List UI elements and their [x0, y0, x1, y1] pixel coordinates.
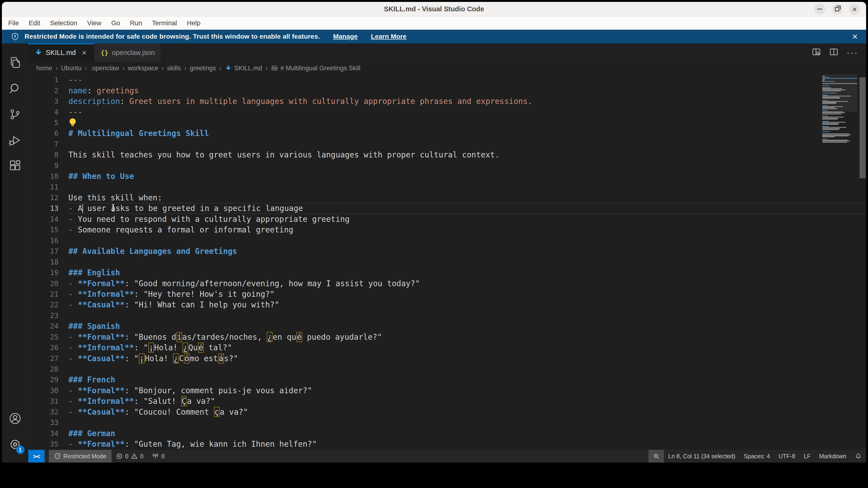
activity-explorer[interactable]: [2, 50, 28, 75]
line-content: This skill teaches you how to greet user…: [68, 150, 866, 160]
menu-item-view[interactable]: View: [82, 17, 106, 30]
editor-scrollbar[interactable]: [859, 74, 866, 450]
eol-status[interactable]: LF: [799, 450, 815, 462]
code-line[interactable]: 26- **Informal**: "¡Hola! ¿Qué tal?": [28, 342, 866, 353]
code-line[interactable]: 5💡: [28, 118, 866, 128]
breadcrumb-item[interactable]: SKILL.md: [225, 65, 262, 72]
zoom-status[interactable]: [648, 450, 664, 462]
manage-link[interactable]: Manage: [333, 33, 358, 40]
minimap-line: [822, 95, 828, 96]
scrollbar-thumb[interactable]: [860, 77, 866, 178]
minimap-line: [822, 116, 828, 117]
menu-item-edit[interactable]: Edit: [24, 17, 45, 30]
code-line[interactable]: 32- **Casual**: "Coucou! Comment ça va?": [28, 407, 866, 417]
breadcrumb-item[interactable]: skills: [167, 65, 181, 72]
minimap-line: [822, 93, 837, 93]
code-line[interactable]: 30- **Formal**: "Bonjour, comment puis-j…: [28, 385, 866, 396]
code-line[interactable]: 16: [28, 235, 866, 246]
menu-item-go[interactable]: Go: [106, 17, 125, 30]
code-line[interactable]: 8This skill teaches you how to greet use…: [28, 150, 866, 160]
code-line[interactable]: 14- You need to respond with a culturall…: [28, 214, 866, 224]
code-line[interactable]: 13- A user asks to be greeted in a speci…: [28, 203, 866, 214]
banner-close-icon[interactable]: ×: [852, 32, 858, 41]
breadcrumb-item[interactable]: home: [36, 65, 52, 72]
close-button[interactable]: ×: [849, 4, 860, 14]
activity-run-debug[interactable]: [2, 127, 28, 153]
activity-accounts[interactable]: [2, 405, 28, 431]
code-line[interactable]: 20- **Formal**: "Good morning/afternoon/…: [28, 278, 866, 289]
code-token: : "Buenos d: [125, 332, 176, 341]
breadcrumb-item[interactable]: # Multilingual Greetings Skill: [271, 65, 361, 72]
code-line[interactable]: 17## Available Languages and Greetings: [28, 246, 866, 257]
menu-item-file[interactable]: File: [3, 17, 24, 30]
code-line[interactable]: 35- **Formal**: "Guten Tag, wie kann ich…: [28, 439, 866, 449]
code-line[interactable]: 4---: [28, 106, 866, 117]
code-line[interactable]: 15- Someone requests a formal or informa…: [28, 224, 866, 235]
open-preview-side-icon[interactable]: [812, 47, 821, 58]
code-line[interactable]: 6# Multilingual Greetings Skill: [28, 128, 866, 139]
code-line[interactable]: 2name: greetings: [28, 85, 866, 96]
remote-indicator[interactable]: ><: [28, 450, 44, 462]
code-line[interactable]: 21- **Informal**: "Hey there! How's it g…: [28, 289, 866, 299]
minimap-line: [822, 81, 835, 82]
code-token: **Casual**: [78, 408, 125, 417]
menu-item-terminal[interactable]: Terminal: [147, 17, 182, 30]
minimap-line: [822, 110, 828, 111]
activity-settings[interactable]: 1: [2, 431, 28, 457]
code-token: -: [68, 343, 73, 352]
code-line[interactable]: 11: [28, 182, 866, 192]
more-actions-icon[interactable]: ···: [846, 47, 858, 58]
code-line[interactable]: 18: [28, 257, 866, 267]
line-number: 13: [28, 204, 68, 213]
cursor-position-status[interactable]: Ln 8, Col 11 (34 selected): [664, 450, 739, 462]
breadcrumb-item[interactable]: workspace: [128, 65, 158, 72]
code-line[interactable]: 1---: [28, 74, 866, 85]
activity-extensions[interactable]: [2, 153, 28, 179]
code-line[interactable]: 12Use this skill when:: [28, 192, 866, 203]
encoding-status[interactable]: UTF-8: [774, 450, 800, 462]
indentation-status[interactable]: Spaces: 4: [739, 450, 774, 462]
code-line[interactable]: 23: [28, 310, 866, 321]
language-mode-status[interactable]: Markdown: [815, 450, 850, 462]
minimap-line: [822, 131, 830, 132]
code-line[interactable]: 29### French: [28, 375, 866, 385]
code-line[interactable]: 22- **Casual**: "Hi! What can I help you…: [28, 299, 866, 310]
code-line[interactable]: 7: [28, 139, 866, 150]
code-line[interactable]: 31- **Informal**: "Salut! Ça va?": [28, 396, 866, 406]
restore-button[interactable]: [832, 4, 842, 14]
code-line[interactable]: 24### Spanish: [28, 321, 866, 331]
code-line[interactable]: 9: [28, 160, 866, 171]
tab-openclaw.json[interactable]: {}openclaw.json: [94, 43, 161, 62]
notifications-bell-icon[interactable]: [850, 450, 866, 462]
breadcrumb-item[interactable]: greetings: [190, 65, 216, 72]
tab-close-icon[interactable]: ×: [82, 48, 87, 57]
menu-item-selection[interactable]: Selection: [45, 17, 82, 30]
learn-more-link[interactable]: Learn More: [371, 33, 407, 40]
menu-item-run[interactable]: Run: [125, 17, 147, 30]
code-line[interactable]: 10## When to Use: [28, 171, 866, 182]
restore-icon: [835, 7, 839, 11]
split-editor-icon[interactable]: [829, 47, 838, 58]
code-line[interactable]: 19### English: [28, 267, 866, 278]
minimize-button[interactable]: [814, 4, 825, 14]
code-line[interactable]: 33: [28, 417, 866, 428]
code-line[interactable]: 34### German: [28, 428, 866, 438]
breadcrumb-item[interactable]: Ubuntu: [61, 65, 82, 72]
line-content: ### German: [68, 428, 866, 438]
code-line[interactable]: 25- **Formal**: "Buenos días/tardes/noch…: [28, 332, 866, 342]
breadcrumb-item[interactable]: .openclaw: [90, 65, 119, 72]
code-line[interactable]: 3description: Greet users in multiple la…: [28, 96, 866, 106]
activity-search[interactable]: [2, 75, 28, 101]
code-line[interactable]: 27- **Casual**: "¡Hola! ¿Cómo estás?": [28, 353, 866, 363]
minimap-line: [822, 112, 845, 113]
code-token: # Multilingual Greetings Skill: [68, 129, 209, 138]
problems-status[interactable]: 00: [112, 450, 148, 462]
restricted-mode-status[interactable]: Restricted Mode: [49, 450, 112, 462]
code-line[interactable]: 28: [28, 364, 866, 375]
menu-item-help[interactable]: Help: [182, 17, 206, 30]
ports-status[interactable]: 0: [148, 450, 169, 462]
minimap[interactable]: [822, 76, 858, 143]
tab-skill.md[interactable]: SKILL.md×: [28, 43, 94, 62]
code-editor[interactable]: 1---2name: greetings3description: Greet …: [28, 74, 866, 450]
activity-source-control[interactable]: [2, 101, 28, 127]
